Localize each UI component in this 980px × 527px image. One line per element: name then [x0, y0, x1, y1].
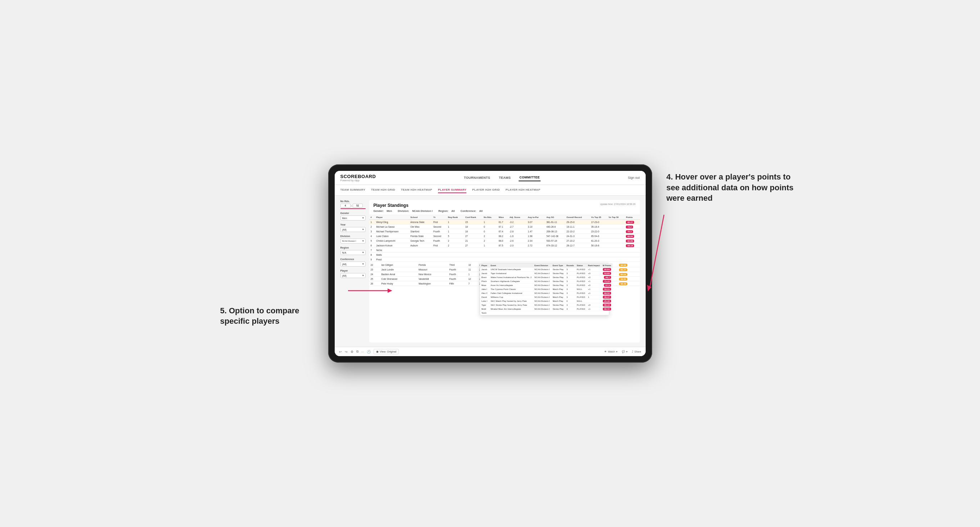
tooltip-cell-player: Mottl: [480, 307, 490, 311]
cell-avg_topar: 3.07: [527, 220, 545, 224]
points-badge[interactable]: 68.94: [626, 235, 634, 238]
subnav-player-h2h-grid[interactable]: PLAYER H2H GRID: [472, 187, 500, 193]
tooltip-row: Jake IThe Cypress Point ClassicNCAA Divi…: [480, 287, 613, 291]
col-adj-score: Adj. Score: [508, 215, 527, 220]
cell-points[interactable]: 58.18: [624, 243, 640, 248]
filter-conference-input[interactable]: (All) ▾: [340, 262, 366, 267]
tooltip-cell-status: [576, 311, 587, 315]
chevron-down-icon: ▾: [363, 228, 364, 231]
cell-avg_topar: [527, 252, 545, 257]
filter-norounds-max[interactable]: [353, 203, 363, 208]
points-badge[interactable]: 70.2: [626, 230, 633, 233]
settings-icon[interactable]: ⚙: [350, 350, 353, 354]
cell-points[interactable]: [624, 257, 640, 262]
tooltip-col-status: Status: [576, 264, 587, 268]
undo-icon[interactable]: ↩: [339, 350, 342, 354]
app-header: SCOREBOARD Powered by clipp TOURNAMENTS …: [335, 171, 646, 185]
view-original-button[interactable]: ◉ View: Original: [374, 349, 399, 354]
subnav-player-summary[interactable]: PLAYER SUMMARY: [438, 187, 466, 193]
subnav-team-h2h-heatmap[interactable]: TEAM H2H HEATMAP: [401, 187, 432, 193]
cell-reg_rank: 7: [467, 281, 477, 286]
cell-school: New Mexico: [417, 272, 448, 277]
tooltip-row: MareAmer An IntercollegiateNCAA Division…: [480, 284, 613, 287]
clock-icon[interactable]: 🕐: [367, 350, 371, 354]
cell-wins: 61.7: [497, 220, 508, 224]
cell-rank: 3: [369, 229, 375, 234]
cell-adj_score: [508, 252, 527, 257]
points-badge[interactable]: 60.27: [619, 268, 627, 271]
tooltip-points-badge: 66.40: [603, 308, 611, 310]
tooltip-cell-points: 60.64: [601, 268, 613, 271]
more-icon[interactable]: ···: [361, 350, 364, 354]
filter-norounds-min[interactable]: [340, 203, 350, 208]
filter-gender-input[interactable]: Men ▾: [340, 216, 366, 221]
nav-tournaments[interactable]: TOURNAMENTS: [463, 175, 491, 181]
cell-vs_top50: [612, 263, 618, 267]
cell-points[interactable]: 68.94: [624, 234, 640, 238]
norounds-slider[interactable]: [340, 208, 366, 209]
copy-icon[interactable]: ⧉: [356, 350, 358, 354]
cell-points[interactable]: 88.27: [624, 220, 640, 224]
col-school: School: [409, 215, 432, 220]
tooltip-cell-player: Luke I: [480, 299, 490, 303]
tooltip-cell-rank_impact: +1: [587, 279, 601, 284]
player-standings-table: # Player School Yr Reg Rank Conf Rank No…: [369, 215, 640, 262]
redo-icon[interactable]: ↪: [345, 350, 348, 354]
comment-button[interactable]: 💬 ▾: [622, 350, 628, 353]
comment-icon: 💬: [622, 350, 625, 353]
points-badge[interactable]: 58.18: [626, 244, 634, 247]
cell-points[interactable]: 70.2: [624, 229, 640, 234]
nav-committee[interactable]: COMMITTEE: [519, 174, 541, 181]
cell-points[interactable]: 58.49: [617, 281, 640, 286]
col-rank: #: [369, 215, 375, 220]
sign-out-link[interactable]: Sign out: [628, 176, 640, 179]
tooltip-cell-type: Match Play: [551, 287, 565, 291]
cell-reg_rank: [447, 252, 464, 257]
cell-points[interactable]: 60.02: [617, 272, 640, 277]
cell-wins: 67.4: [497, 229, 508, 234]
filter-player-input[interactable]: (All) ▾: [340, 273, 366, 278]
cell-points[interactable]: 59.95: [617, 277, 640, 281]
points-badge[interactable]: 59.95: [619, 278, 627, 281]
subnav-player-h2h-heatmap[interactable]: PLAYER H2H HEATMAP: [506, 187, 541, 193]
cell-conf_rank: 27: [464, 234, 482, 238]
cell-player: Prest: [375, 257, 409, 262]
cell-player: Jackson Koivun: [375, 243, 409, 248]
points-badge[interactable]: 79.2: [626, 225, 633, 229]
points-badge[interactable]: 60.58: [619, 264, 627, 267]
filter-division-input[interactable]: NCAA Division I ▾: [340, 238, 366, 243]
tooltip-cell-type: [551, 311, 565, 315]
cell-points[interactable]: 60.27: [617, 267, 640, 272]
col-avg-sg: Avg SG: [545, 215, 565, 220]
col-overall: Overall Record: [565, 215, 590, 220]
watch-button[interactable]: 👁 Watch ▾: [604, 350, 617, 353]
cell-points[interactable]: 79.2: [624, 224, 640, 229]
subnav-team-h2h-grid[interactable]: TEAM H2H GRID: [371, 187, 395, 193]
cell-vs_top25: 50-16-8: [590, 243, 607, 248]
share-button[interactable]: ⤴ Share: [632, 350, 641, 353]
cell-points[interactable]: [624, 248, 640, 252]
cell-vs_top25: 65-54-6: [590, 234, 607, 238]
table-row: 9Prest: [369, 257, 640, 262]
tooltip-cell-type: Stroke Play: [551, 276, 565, 279]
tooltip-cell-player: Alex C: [480, 291, 490, 295]
nav-teams[interactable]: TEAMS: [498, 175, 511, 181]
logo-area: SCOREBOARD Powered by clipp: [340, 174, 376, 182]
cell-yr: Fourth: [448, 267, 467, 272]
points-badge[interactable]: 60.02: [619, 273, 627, 276]
col-conf-rank: Conf Rank: [464, 215, 482, 220]
cell-avg_sg: [545, 252, 565, 257]
points-badge[interactable]: 58.49: [619, 283, 627, 285]
points-badge[interactable]: 88.27: [626, 221, 634, 224]
cell-points[interactable]: [624, 252, 640, 257]
filter-year-input[interactable]: (All) ▾: [340, 227, 366, 232]
cell-rank: 6: [369, 243, 375, 248]
cell-avg_sg: 533-57-16: [545, 238, 565, 243]
cell-points[interactable]: 60.58: [617, 263, 640, 267]
subnav-team-summary[interactable]: TEAM SUMMARY: [340, 187, 366, 193]
conference-label: Conference:: [461, 210, 477, 213]
points-badge[interactable]: 60.89: [626, 240, 634, 243]
cell-overall: 22-10-2: [565, 229, 590, 234]
filter-region-input[interactable]: N/A ▾: [340, 250, 366, 255]
cell-points[interactable]: 60.89: [624, 238, 640, 243]
